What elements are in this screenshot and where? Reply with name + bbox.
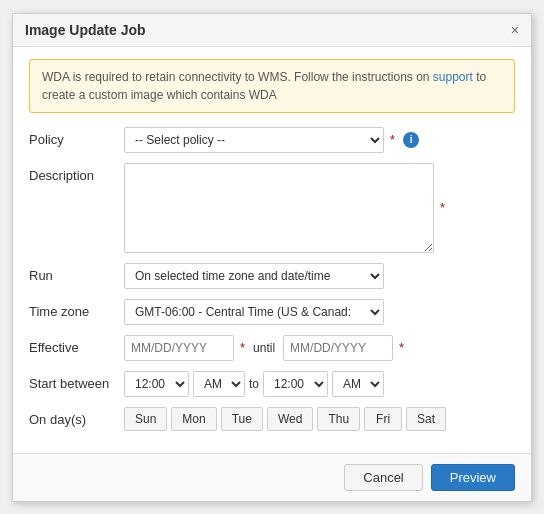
to-label: to xyxy=(249,377,259,391)
policy-control-wrap: -- Select policy -- * i xyxy=(124,127,515,153)
effective-control-wrap: * until * xyxy=(124,335,515,361)
day-button-fri[interactable]: Fri xyxy=(364,407,402,431)
dialog-footer: Cancel Preview xyxy=(13,453,531,501)
policy-label: Policy xyxy=(29,127,124,147)
start-between-label: Start between xyxy=(29,371,124,391)
until-label: until xyxy=(253,341,275,355)
description-row: Description * xyxy=(29,163,515,253)
end-time-group: 12:00 12:30 1:00 AM PM xyxy=(263,371,384,397)
description-label: Description xyxy=(29,163,124,183)
start-ampm-select[interactable]: AM PM xyxy=(193,371,245,397)
start-time-select[interactable]: 12:00 12:30 1:00 xyxy=(124,371,189,397)
run-label: Run xyxy=(29,263,124,283)
description-required-star: * xyxy=(440,200,445,215)
timezone-control-wrap: GMT-06:00 - Central Time (US & Canad: xyxy=(124,299,515,325)
dialog-title: Image Update Job xyxy=(25,22,146,38)
day-button-mon[interactable]: Mon xyxy=(171,407,216,431)
effective-date-input[interactable] xyxy=(124,335,234,361)
run-select[interactable]: On selected time zone and date/time xyxy=(124,263,384,289)
timezone-label: Time zone xyxy=(29,299,124,319)
dialog-body: WDA is required to retain connectivity t… xyxy=(13,47,531,453)
timezone-select[interactable]: GMT-06:00 - Central Time (US & Canad: xyxy=(124,299,384,325)
info-icon[interactable]: i xyxy=(403,132,419,148)
alert-text-before: WDA is required to retain connectivity t… xyxy=(42,70,433,84)
day-button-sat[interactable]: Sat xyxy=(406,407,446,431)
day-button-wed[interactable]: Wed xyxy=(267,407,313,431)
support-link[interactable]: support xyxy=(433,70,473,84)
timezone-row: Time zone GMT-06:00 - Central Time (US &… xyxy=(29,299,515,325)
image-update-job-dialog: Image Update Job × WDA is required to re… xyxy=(12,13,532,502)
until-required-star: * xyxy=(399,340,404,355)
run-row: Run On selected time zone and date/time xyxy=(29,263,515,289)
description-control-wrap: * xyxy=(124,163,515,253)
run-control-wrap: On selected time zone and date/time xyxy=(124,263,515,289)
on-days-control-wrap: SunMonTueWedThuFriSat xyxy=(124,407,515,431)
effective-row: Effective * until * xyxy=(29,335,515,361)
start-between-row: Start between 12:00 12:30 1:00 AM PM to xyxy=(29,371,515,397)
on-days-row: On day(s) SunMonTueWedThuFriSat xyxy=(29,407,515,431)
preview-button[interactable]: Preview xyxy=(431,464,515,491)
until-date-input[interactable] xyxy=(283,335,393,361)
start-between-control-wrap: 12:00 12:30 1:00 AM PM to 12:00 12:30 1:… xyxy=(124,371,515,397)
close-button[interactable]: × xyxy=(511,22,519,38)
dialog-header: Image Update Job × xyxy=(13,14,531,47)
effective-label: Effective xyxy=(29,335,124,355)
policy-select[interactable]: -- Select policy -- xyxy=(124,127,384,153)
description-textarea[interactable] xyxy=(124,163,434,253)
cancel-button[interactable]: Cancel xyxy=(344,464,422,491)
policy-row: Policy -- Select policy -- * i xyxy=(29,127,515,153)
policy-required-star: * xyxy=(390,132,395,147)
end-ampm-select[interactable]: AM PM xyxy=(332,371,384,397)
day-button-tue[interactable]: Tue xyxy=(221,407,263,431)
effective-required-star: * xyxy=(240,340,245,355)
day-button-sun[interactable]: Sun xyxy=(124,407,167,431)
day-buttons-group: SunMonTueWedThuFriSat xyxy=(124,407,446,431)
start-time-group: 12:00 12:30 1:00 AM PM xyxy=(124,371,245,397)
on-days-label: On day(s) xyxy=(29,407,124,427)
day-button-thu[interactable]: Thu xyxy=(317,407,360,431)
alert-box: WDA is required to retain connectivity t… xyxy=(29,59,515,113)
end-time-select[interactable]: 12:00 12:30 1:00 xyxy=(263,371,328,397)
